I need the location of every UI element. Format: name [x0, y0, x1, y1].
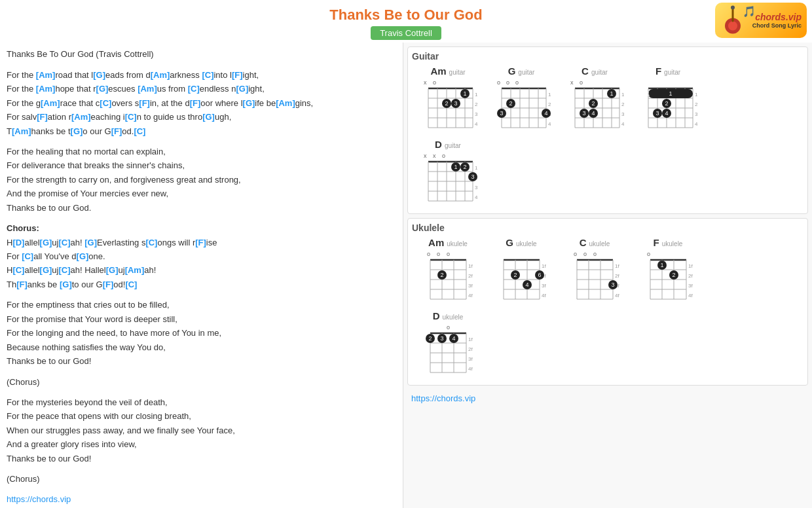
svg-text:o: o — [574, 251, 577, 257]
chord-g-8[interactable]: [G] — [84, 238, 97, 247]
svg-text:3: 3 — [500, 110, 503, 117]
chord-g-2[interactable]: [G] — [96, 84, 109, 94]
chord-am-ukulele: Am ukulele o o o — [412, 237, 484, 308]
chord-d-1[interactable]: [D] — [12, 238, 24, 247]
lyrics-column: Thanks Be To Our God (Travis Cottrell) F… — [0, 43, 403, 508]
d-guitar-diagram: x x o — [418, 150, 477, 208]
guitar-d-row: D guitar x x o — [412, 139, 803, 209]
page-title: Thanks Be to Our God — [0, 7, 812, 24]
svg-text:2fr: 2fr — [475, 101, 477, 107]
svg-text:4fr: 4fr — [548, 121, 551, 127]
chord-g-12[interactable]: [G] — [60, 280, 72, 289]
svg-text:2fr: 2fr — [548, 101, 551, 107]
chord-f-ukulele: F ukulele o — [632, 237, 704, 308]
chord-g-4[interactable]: [G] — [243, 98, 255, 108]
chord-am-3[interactable]: [Am] — [36, 84, 56, 94]
svg-text:1fr: 1fr — [468, 336, 473, 342]
svg-text:1fr: 1fr — [615, 263, 619, 269]
svg-text:o: o — [580, 79, 583, 86]
svg-text:2fr: 2fr — [468, 273, 473, 279]
svg-text:6: 6 — [538, 272, 541, 278]
f-guitar-diagram: 1fr 2fr 3fr 4fr 1 1 2 3 — [638, 77, 697, 134]
svg-text:1fr: 1fr — [468, 263, 473, 269]
svg-text:1: 1 — [454, 164, 457, 170]
verse1: For the [Am]road that l[G]eads from d[Am… — [7, 68, 396, 138]
chord-g-3[interactable]: [G] — [236, 84, 248, 94]
svg-text:o: o — [583, 251, 587, 257]
chord-am-7[interactable]: [Am] — [71, 112, 91, 122]
svg-text:3: 3 — [454, 100, 457, 107]
chord-am-6[interactable]: [Am] — [276, 98, 295, 108]
main-layout: Thanks Be To Our God (Travis Cottrell) F… — [0, 43, 812, 508]
chord-panel-footer-website[interactable]: https://chords.vip — [407, 390, 808, 406]
svg-text:o: o — [447, 251, 450, 257]
svg-text:3fr: 3fr — [695, 111, 697, 117]
chord-c-1[interactable]: [C] — [202, 70, 213, 80]
chord-am-9[interactable]: [Am] — [125, 265, 145, 275]
svg-text:1: 1 — [669, 90, 672, 97]
ukulele-section-title: Ukulele — [412, 223, 803, 233]
chord-c-2[interactable]: [C] — [188, 84, 200, 94]
svg-text:1fr: 1fr — [621, 92, 624, 98]
verse3: For the emptiness that cries out to be f… — [7, 298, 396, 368]
logo: chords.vip Chord Song Lyric 🎵 — [715, 3, 807, 38]
chord-c-11[interactable]: [C] — [125, 280, 137, 289]
g-ukulele-diagram: 1fr 2fr 3fr 4fr 2 6 4 — [497, 248, 546, 306]
chord-f-7[interactable]: [F] — [16, 280, 28, 289]
chord-f-6[interactable]: [F] — [195, 238, 206, 247]
svg-text:2: 2 — [665, 100, 668, 107]
svg-text:x: x — [424, 79, 427, 86]
verse4: For the mysteries beyond the veil of dea… — [7, 395, 396, 465]
svg-point-1 — [728, 22, 737, 31]
chord-f-guitar: F guitar — [632, 65, 704, 136]
chord-am-1[interactable]: [Am] — [36, 70, 56, 80]
chord-am-5[interactable]: [Am] — [41, 98, 60, 108]
svg-text:1fr: 1fr — [475, 165, 477, 171]
chord-f-5[interactable]: [F] — [111, 126, 122, 136]
chord-c-9[interactable]: [C] — [12, 265, 24, 275]
chord-c-8[interactable]: [C] — [22, 251, 33, 261]
chord-am-guitar: Am guitar x o — [412, 65, 484, 136]
svg-text:4fr: 4fr — [475, 121, 477, 127]
lyrics-footer-website[interactable]: https://chords.vip — [7, 493, 396, 507]
chord-g-10[interactable]: [G] — [40, 265, 52, 275]
chord-f-1[interactable]: [F] — [232, 70, 243, 80]
svg-text:3: 3 — [440, 335, 443, 342]
svg-text:2: 2 — [509, 100, 512, 107]
chorus-ref-1: (Chorus) — [7, 375, 396, 389]
artist-badge[interactable]: Travis Cottrell — [371, 26, 441, 40]
chord-f-3[interactable]: [F] — [190, 98, 201, 108]
svg-text:3fr: 3fr — [468, 356, 473, 362]
chord-g-9[interactable]: [G] — [77, 251, 89, 261]
chord-am-8[interactable]: [Am] — [12, 126, 31, 136]
chord-c-6[interactable]: [C] — [58, 238, 70, 247]
chord-g-6[interactable]: [G] — [71, 126, 83, 136]
guitar-chord-grid: Am guitar x o — [412, 65, 803, 136]
chord-f-8[interactable]: [F] — [103, 280, 114, 289]
chord-c-7[interactable]: [C] — [145, 238, 157, 247]
ukulele-section: Ukulele Am ukulele o o o — [407, 218, 808, 386]
chord-c-4[interactable]: [C] — [125, 112, 137, 122]
chord-c-5[interactable]: [C] — [134, 126, 145, 136]
chord-c-ukulele: C ukulele o o o — [559, 237, 631, 308]
chord-g-1[interactable]: [G] — [93, 70, 105, 80]
chord-f-4[interactable]: [F] — [37, 112, 48, 122]
svg-text:1fr: 1fr — [548, 92, 551, 98]
chord-d-guitar: D guitar x x o — [412, 139, 484, 209]
g-guitar-diagram: o o o — [492, 77, 551, 134]
chord-f-2[interactable]: [F] — [139, 98, 150, 108]
chord-g-11[interactable]: [G] — [106, 265, 119, 275]
chord-g-5[interactable]: [G] — [202, 112, 215, 122]
svg-text:2: 2 — [591, 100, 595, 107]
chord-c-3[interactable]: [C] — [100, 98, 111, 108]
chord-g-guitar: G guitar o o o — [485, 65, 557, 136]
svg-point-3 — [731, 6, 735, 10]
chord-am-2[interactable]: [Am] — [151, 70, 170, 80]
svg-text:2: 2 — [463, 164, 466, 170]
svg-text:1: 1 — [646, 90, 650, 97]
chord-g-7[interactable]: [G] — [40, 238, 52, 247]
chord-am-4[interactable]: [Am] — [138, 84, 157, 94]
svg-text:o: o — [506, 79, 509, 86]
svg-text:2fr: 2fr — [621, 101, 624, 107]
chord-c-10[interactable]: [C] — [58, 265, 70, 275]
